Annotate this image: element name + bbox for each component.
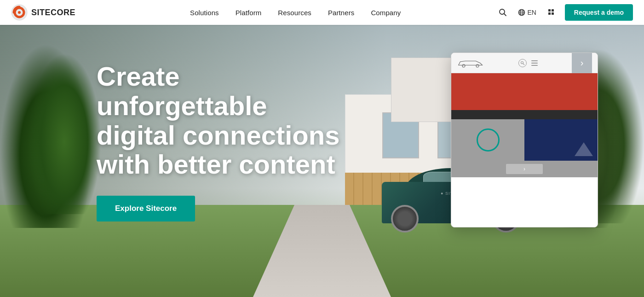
search-icon	[499, 8, 507, 17]
nav-item-partners[interactable]: Partners	[328, 9, 355, 17]
sitecore-logo-icon	[11, 4, 28, 21]
mockup-swatches-row	[451, 119, 598, 161]
logo-area[interactable]: SITECORE	[11, 4, 75, 21]
tree-left-2	[28, 53, 101, 214]
hero-title: Create unforgettable digital connections…	[97, 62, 340, 179]
mockup-swatch-red	[451, 73, 598, 110]
grid-icon	[547, 8, 556, 17]
nav-item-platform[interactable]: Platform	[236, 9, 262, 17]
mockup-swatch-navy	[524, 119, 598, 161]
nav-item-solutions[interactable]: Solutions	[190, 9, 219, 17]
svg-line-4	[504, 14, 506, 16]
svg-point-14	[462, 64, 465, 67]
svg-rect-11	[552, 9, 554, 12]
language-label: EN	[527, 9, 536, 16]
mockup-swatch-dark	[451, 110, 598, 119]
nav-item-company[interactable]: Company	[371, 9, 401, 17]
mockup-footer-button[interactable]: ›	[506, 164, 543, 174]
logo-text: SITECORE	[31, 8, 75, 17]
car-wheel-left	[391, 205, 419, 233]
nav-item-resources[interactable]: Resources	[278, 9, 311, 17]
search-button[interactable]	[497, 6, 509, 18]
svg-rect-12	[548, 12, 551, 15]
explore-sitecore-button[interactable]: Explore Sitecore	[97, 196, 195, 221]
mockup-footer-arrow-icon: ›	[523, 166, 525, 172]
mockup-footer: ›	[451, 161, 598, 177]
mockup-search-icon	[518, 59, 527, 67]
hero-title-line3: digital connections	[97, 120, 340, 150]
svg-point-16	[521, 61, 523, 64]
svg-rect-13	[552, 12, 554, 15]
mockup-teal-circle	[477, 128, 500, 151]
hero-title-line1: Create	[97, 61, 180, 91]
hero-title-line2: unforgettable	[97, 91, 267, 121]
svg-point-15	[476, 64, 479, 67]
mockup-next-arrow-icon: ›	[581, 58, 584, 68]
mockup-next-button[interactable]: ›	[572, 53, 592, 73]
navbar: SITECORE Solutions Platform Resources Pa…	[0, 0, 644, 25]
language-button[interactable]: EN	[516, 7, 538, 18]
grid-menu-button[interactable]	[546, 6, 558, 18]
mockup-car-silhouette-icon	[457, 58, 484, 69]
mockup-menu-icon	[531, 59, 538, 67]
mockup-swatch-gray	[451, 119, 524, 161]
mockup-logo	[457, 58, 484, 69]
hero-content: Create unforgettable digital connections…	[97, 62, 340, 221]
svg-rect-10	[548, 9, 551, 12]
ui-mockup-panel: › ›	[451, 52, 598, 227]
nav-links: Solutions Platform Resources Partners Co…	[94, 9, 497, 17]
hero-title-line4: with better content	[97, 149, 335, 179]
globe-icon	[518, 9, 525, 16]
nav-actions: EN Request a demo	[497, 4, 633, 21]
mockup-triangle-shape	[575, 142, 593, 156]
mockup-header-icons	[518, 59, 538, 67]
hero-section: ● SITECORE	[0, 25, 644, 297]
request-demo-button[interactable]: Request a demo	[565, 4, 633, 21]
mockup-header: ›	[451, 53, 598, 73]
svg-point-2	[18, 11, 21, 14]
svg-line-17	[523, 64, 524, 65]
